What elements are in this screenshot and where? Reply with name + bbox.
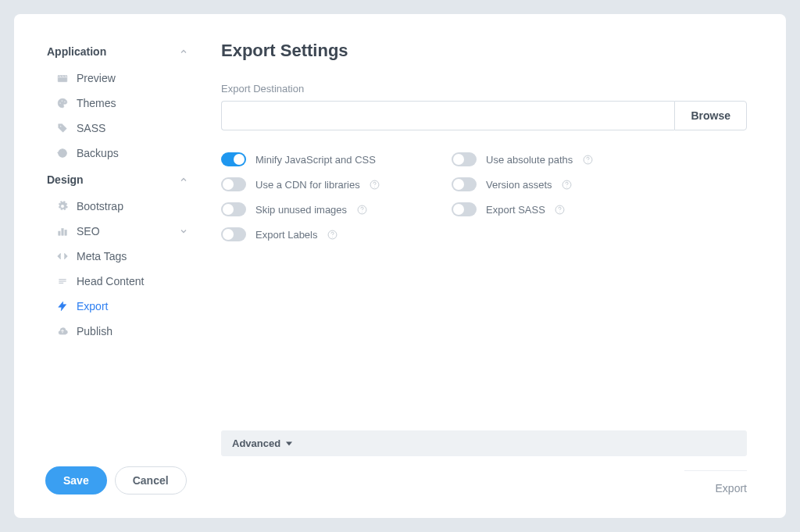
chart-bar-icon <box>56 225 69 237</box>
option-cdn: Use a CDN for libraries <box>221 177 428 191</box>
sidebar-item-label: SASS <box>77 122 105 134</box>
sidebar-nav: Application Preview Themes <box>45 37 194 451</box>
svg-point-17 <box>566 187 567 187</box>
toggle-minify[interactable] <box>221 152 246 166</box>
toggle-absolute-paths[interactable] <box>452 152 477 166</box>
svg-point-1 <box>59 102 61 104</box>
help-icon[interactable] <box>582 154 593 165</box>
sidebar-item-label: Meta Tags <box>77 250 127 262</box>
svg-rect-6 <box>59 231 60 235</box>
destination-label: Export Destination <box>221 83 747 95</box>
chevron-up-icon <box>178 174 189 185</box>
sidebar-item-bootstrap[interactable]: Bootstrap <box>45 194 194 219</box>
sidebar-item-themes[interactable]: Themes <box>45 91 194 116</box>
chevron-down-icon <box>178 226 189 237</box>
toggle-export-sass[interactable] <box>452 202 477 216</box>
sidebar-item-label: Export <box>77 300 108 312</box>
svg-point-21 <box>559 212 560 212</box>
option-label: Use a CDN for libraries <box>255 179 360 191</box>
svg-point-15 <box>374 187 375 187</box>
help-icon[interactable] <box>356 204 367 215</box>
help-icon[interactable] <box>327 229 338 240</box>
advanced-toggle[interactable]: Advanced <box>221 430 747 456</box>
sidebar-item-label: Publish <box>77 325 112 337</box>
sidebar-group-label: Application <box>47 45 106 58</box>
settings-panel: Application Preview Themes <box>14 14 786 518</box>
svg-point-2 <box>62 100 63 102</box>
sidebar-item-label: SEO <box>77 225 100 237</box>
save-button[interactable]: Save <box>45 466 107 495</box>
sidebar-item-label: Themes <box>77 97 116 109</box>
sidebar-item-meta-tags[interactable]: Meta Tags <box>45 244 194 269</box>
bolt-icon <box>56 300 69 312</box>
option-label: Version assets <box>486 179 552 191</box>
advanced-label: Advanced <box>232 437 280 449</box>
option-version-assets: Version assets <box>452 177 659 191</box>
content-area: Export Settings Export Destination Brows… <box>194 37 747 495</box>
option-minify: Minify JavaScript and CSS <box>221 152 428 166</box>
option-absolute-paths: Use absolute paths <box>452 152 659 166</box>
sidebar-group-design[interactable]: Design <box>45 166 194 194</box>
cancel-button[interactable]: Cancel <box>115 466 187 495</box>
toggle-version-assets[interactable] <box>452 177 477 191</box>
footer-buttons: Save Cancel <box>45 451 194 495</box>
option-label: Export SASS <box>486 204 545 216</box>
code-icon <box>56 250 69 262</box>
page-title: Export Settings <box>221 41 747 61</box>
option-label: Use absolute paths <box>486 154 573 166</box>
toggle-export-labels[interactable] <box>221 227 246 241</box>
sidebar-item-publish[interactable]: Publish <box>45 319 194 344</box>
svg-rect-7 <box>62 229 63 236</box>
svg-rect-8 <box>65 230 66 235</box>
export-button[interactable]: Export <box>716 482 747 495</box>
sidebar-item-sass[interactable]: SASS <box>45 116 194 141</box>
sidebar-item-head-content[interactable]: Head Content <box>45 269 194 294</box>
export-footer: Export <box>684 470 747 495</box>
browse-button[interactable]: Browse <box>674 101 747 130</box>
svg-point-3 <box>64 101 66 102</box>
sidebar-group-application[interactable]: Application <box>45 37 194 66</box>
sidebar-group-label: Design <box>47 173 84 186</box>
destination-row: Browse <box>221 101 747 130</box>
toggle-cdn[interactable] <box>221 177 246 191</box>
sidebar-item-preview[interactable]: Preview <box>45 66 194 91</box>
svg-point-19 <box>362 212 362 212</box>
option-label: Skip unused images <box>255 204 347 216</box>
svg-point-13 <box>588 162 588 162</box>
sidebar-item-backups[interactable]: Backups <box>45 141 194 166</box>
sidebar-item-export[interactable]: Export <box>45 294 194 319</box>
option-export-sass: Export SASS <box>452 202 659 216</box>
sidebar-item-label: Bootstrap <box>77 200 123 212</box>
option-export-labels: Export Labels <box>221 227 428 241</box>
option-label: Minify JavaScript and CSS <box>255 154 376 166</box>
help-icon[interactable] <box>562 179 573 190</box>
help-icon[interactable] <box>370 179 380 190</box>
toggle-skip-images[interactable] <box>221 202 246 216</box>
option-label: Export Labels <box>255 229 318 241</box>
history-icon <box>56 147 69 159</box>
svg-point-23 <box>332 237 333 237</box>
sidebar-item-label: Backups <box>77 147 119 159</box>
option-skip-images: Skip unused images <box>221 202 428 216</box>
svg-point-4 <box>60 126 62 127</box>
destination-input[interactable] <box>221 101 674 130</box>
gear-icon <box>56 200 69 212</box>
clapperboard-icon <box>56 72 69 84</box>
chevron-up-icon <box>178 46 189 57</box>
sidebar-item-seo[interactable]: SEO <box>45 219 194 244</box>
sidebar-item-label: Preview <box>77 72 116 84</box>
options-grid: Minify JavaScript and CSSUse absolute pa… <box>221 152 659 241</box>
sidebar-item-label: Head Content <box>77 275 144 287</box>
palette-icon <box>56 97 69 109</box>
cloud-upload-icon <box>56 325 69 337</box>
tags-icon <box>56 122 69 134</box>
lines-icon <box>56 275 69 287</box>
help-icon[interactable] <box>555 204 566 215</box>
sidebar: Application Preview Themes <box>45 37 194 495</box>
caret-down-icon <box>285 440 293 448</box>
